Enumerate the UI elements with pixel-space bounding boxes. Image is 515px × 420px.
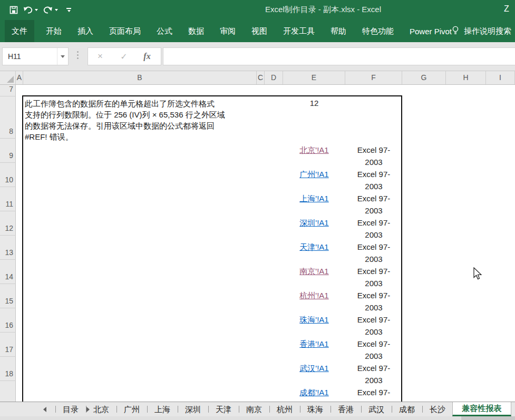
sheet-grid[interactable]: 此工作簿包含的数据所在的单元格超出了所选文件格式支持的行列数限制。位于 256 …	[0, 85, 515, 402]
sheet-link-cell: 武汉'!A1	[283, 364, 345, 374]
occurrence-count-cell: 12	[283, 99, 345, 108]
row-header-12[interactable]: 12	[1, 223, 13, 233]
sheet-tab-珠海[interactable]: 珠海	[300, 402, 331, 416]
tab-separator	[269, 406, 270, 413]
row-header-13[interactable]: 13	[1, 247, 13, 258]
ribbon-tab-插入[interactable]: 插入	[77, 20, 93, 42]
select-all-button[interactable]	[0, 71, 16, 84]
column-header-A[interactable]: A	[16, 71, 23, 84]
ribbon-tab-文件[interactable]: 文件	[5, 20, 34, 42]
column-header-B[interactable]: B	[23, 71, 257, 84]
sheet-link[interactable]: 香港'!A1	[299, 339, 328, 348]
ribbon-tab-帮助[interactable]: 帮助	[331, 20, 346, 42]
row-header-15[interactable]: 15	[1, 296, 13, 306]
row-header-17[interactable]: 17	[1, 344, 13, 355]
column-header-H[interactable]: H	[446, 71, 486, 84]
formula-bar-splitter[interactable]	[77, 51, 79, 59]
name-box-dropdown[interactable]	[57, 48, 68, 65]
sheet-tab-北京[interactable]: 北京	[86, 402, 116, 416]
formula-buttons: × ✓ fx	[88, 47, 161, 65]
sheet-tab-深圳[interactable]: 深圳	[178, 402, 208, 416]
undo-button[interactable]	[23, 6, 38, 14]
sheet-link[interactable]: 上海'!A1	[299, 194, 328, 203]
row-header-8[interactable]: 8	[1, 126, 13, 136]
sheet-link[interactable]: 天津'!A1	[299, 242, 328, 251]
compat-row: 杭州'!A1Excel 97-2003	[0, 284, 515, 308]
sheet-link-cell: 上海'!A1	[283, 194, 345, 204]
sheet-tab-天津[interactable]: 天津	[208, 402, 239, 416]
sheet-link[interactable]: 成都'!A1	[299, 388, 328, 397]
tab-separator	[392, 406, 392, 413]
sheet-tab-成都[interactable]: 成都	[392, 402, 422, 416]
tell-me-label: 操作说明搜索	[464, 26, 511, 36]
scrollbar-stub[interactable]	[461, 416, 515, 420]
save-icon	[9, 6, 18, 14]
row-header-16[interactable]: 16	[1, 320, 13, 330]
row-header-14[interactable]: 14	[1, 271, 13, 282]
formula-bar-row: H11 × ✓ fx	[0, 42, 515, 71]
row-header-11[interactable]: 11	[1, 199, 13, 209]
column-header-G[interactable]: G	[402, 71, 446, 84]
sheet-link-cell: 珠海'!A1	[283, 315, 345, 325]
insert-function-icon[interactable]: fx	[135, 52, 159, 61]
column-header-D[interactable]: D	[265, 71, 283, 84]
column-header-I[interactable]: I	[486, 71, 515, 84]
sheet-tab-目录[interactable]: 目录	[55, 402, 86, 416]
sheet-link-cell: 香港'!A1	[283, 339, 345, 349]
sheet-tab-广州[interactable]: 广州	[116, 402, 147, 416]
customize-qat-button[interactable]	[66, 8, 71, 12]
row-header-9[interactable]: 9	[1, 150, 13, 161]
row-divider	[0, 235, 16, 236]
sheet-link[interactable]: 广州'!A1	[299, 170, 328, 179]
compat-row: 广州'!A1Excel 97-2003	[0, 162, 515, 187]
sheet-link[interactable]: 深圳'!A1	[299, 218, 328, 227]
ribbon-tab-Power Pivot[interactable]: Power Pivot	[410, 20, 452, 42]
user-badge[interactable]: Z	[504, 4, 509, 14]
redo-button[interactable]	[43, 6, 58, 14]
customize-qat-icon	[66, 8, 71, 9]
sheet-link-cell: 杭州'!A1	[283, 291, 345, 301]
sheet-tab-长沙[interactable]: 长沙	[422, 402, 453, 416]
sheet-link[interactable]: 武汉'!A1	[299, 364, 328, 373]
cancel-icon[interactable]: ×	[88, 51, 112, 62]
sheet-tab-香港[interactable]: 香港	[331, 402, 361, 416]
ribbon-tab-页面布局[interactable]: 页面布局	[109, 20, 141, 42]
format-label-line1: Excel 97-	[345, 145, 402, 154]
redo-dropdown-icon[interactable]	[55, 9, 58, 11]
formula-input[interactable]	[163, 47, 515, 65]
sheet-tab-武汉[interactable]: 武汉	[361, 402, 392, 416]
row-header-10[interactable]: 10	[1, 174, 13, 185]
active-tab-label: 兼容性报表	[462, 404, 502, 414]
tell-me-search[interactable]: 操作说明搜索	[451, 20, 511, 42]
ribbon-tab-开发工具[interactable]: 开发工具	[283, 20, 315, 42]
column-header-E[interactable]: E	[283, 71, 345, 84]
prev-sheet-arrow[interactable]	[43, 407, 46, 412]
sheet-tab-南京[interactable]: 南京	[239, 402, 269, 416]
ribbon-tab-特色功能[interactable]: 特色功能	[362, 20, 394, 42]
sheet-tab-杭州[interactable]: 杭州	[269, 402, 300, 416]
sheet-link[interactable]: 杭州'!A1	[299, 291, 328, 300]
row-header-7[interactable]: 7	[1, 85, 13, 94]
row-divider	[0, 162, 16, 163]
sheet-tab-上海[interactable]: 上海	[147, 402, 178, 416]
ribbon-tab-数据[interactable]: 数据	[188, 20, 204, 42]
sheet-link[interactable]: 北京'!A1	[299, 145, 328, 154]
tab-separator	[422, 406, 423, 413]
ribbon-tab-公式[interactable]: 公式	[157, 20, 172, 42]
sheet-tab-active[interactable]: 兼容性报表	[452, 402, 511, 416]
ribbon-tab-视图[interactable]: 视图	[251, 20, 267, 42]
sheet-link[interactable]: 珠海'!A1	[299, 315, 328, 324]
column-header-F[interactable]: F	[345, 71, 402, 84]
row-header-18[interactable]: 18	[1, 368, 13, 379]
ribbon-tab-开始[interactable]: 开始	[46, 20, 62, 42]
format-label-line1: Excel 97-	[345, 218, 402, 227]
row-divider	[0, 138, 16, 139]
column-header-C[interactable]: C	[257, 71, 265, 84]
undo-dropdown-icon[interactable]	[35, 9, 38, 11]
enter-icon[interactable]: ✓	[112, 52, 135, 62]
customize-qat-dropdown-icon	[67, 10, 71, 12]
save-button[interactable]	[9, 6, 18, 14]
ribbon-tab-审阅[interactable]: 审阅	[220, 20, 236, 42]
name-box[interactable]: H11	[2, 47, 69, 65]
sheet-link[interactable]: 南京'!A1	[299, 267, 328, 276]
